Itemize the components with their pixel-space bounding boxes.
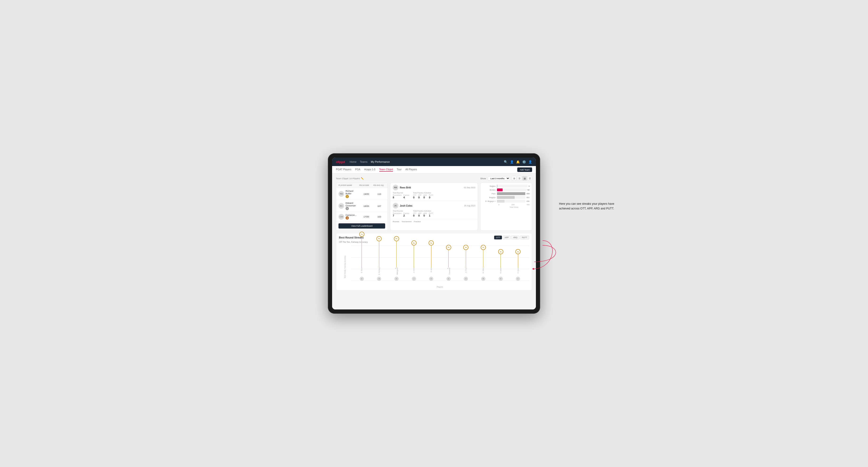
chart-x-label: Total Shots (483, 206, 530, 208)
annotation-container: Here you can see streaks your players ha… (559, 201, 616, 211)
chart-view-btn[interactable]: ▦ (522, 176, 527, 181)
rank-badge: 2 (346, 207, 349, 210)
app-filter-btn[interactable]: APP (503, 236, 510, 239)
sub-nav-all-players[interactable]: All Players (405, 168, 417, 172)
bar-row: Bogeys 311 (483, 196, 530, 199)
search-icon[interactable]: 🔍 (504, 160, 507, 164)
add-team-button[interactable]: Add Team (517, 167, 532, 172)
streak-player-name: D. Ford (465, 268, 467, 276)
user-avatar[interactable]: 👤 (528, 160, 532, 164)
putt-filter-btn[interactable]: PUTT (520, 236, 529, 239)
lb-header: PLAYER NAME PB SCORE PB AVG SQ (336, 183, 388, 188)
sub-nav-tour[interactable]: Tour (397, 168, 401, 172)
player-name: Richard Butler (346, 190, 359, 195)
streak-player-name: D. Billingham (395, 268, 398, 276)
card-header: RB Rees Britt 02 Sep 2023 (393, 185, 475, 190)
arg-stat: ARG 0 (423, 213, 427, 217)
streak-chart-wrapper: Best Streak, Fairway Accuracy (339, 246, 529, 288)
rounds-label: Rounds (393, 220, 399, 223)
bar-fill (497, 185, 497, 187)
bar-row: D. Bogeys + 131 (483, 200, 530, 203)
nav-home[interactable]: Home (349, 160, 356, 163)
streak-player-col: 4xE. CrossmanE (446, 245, 451, 281)
three-col-layout: PLAYER NAME PB SCORE PB AVG SQ RB Richar… (336, 183, 532, 231)
streak-avatar: C (516, 277, 520, 281)
nav-bar: clippd Home Teams My Performance 🔍 👤 🔔 ⚙… (332, 158, 536, 166)
total-rounds: Total Rounds Tournament 7 Practice (393, 210, 409, 217)
player-score: 18/20 (359, 205, 373, 207)
streak-bubble: 4x (463, 245, 468, 250)
player-avg: 107 (373, 205, 385, 207)
player-count: 14 Players (349, 177, 360, 180)
total-rounds: Total Rounds Tournament 8 Practice (393, 192, 409, 199)
streak-players: 7xE. EbertE6xB. McHargB6xD. BillinghamD5… (351, 246, 529, 281)
streak-player-name: E. Crossman (447, 268, 450, 276)
avatar: RB (393, 185, 398, 190)
sub-nav-hcaps[interactable]: Hcaps 1-5 (364, 168, 375, 172)
bar-container (497, 196, 526, 199)
detail-view-btn[interactable]: ☰ (527, 176, 532, 181)
nav-my-performance[interactable]: My Performance (371, 160, 390, 163)
streak-player-col: 4xD. FordD (463, 245, 468, 281)
streaks-section: Best Round Streaks OTT APP ARG PUTT Off … (336, 233, 532, 290)
putt-stat: PUTT 0 (429, 194, 433, 199)
lb-col-score: PB SCORE (359, 184, 373, 186)
streak-player-name: R. Britt (431, 268, 432, 276)
settings-icon[interactable]: ⚙️ (522, 160, 526, 164)
view-full-leaderboard-button[interactable]: View Full Leaderboard (338, 223, 385, 228)
nav-links: Home Teams My Performance (349, 160, 504, 163)
streak-player-name: R. Butler (500, 268, 501, 276)
avatar: EC (338, 203, 344, 209)
streak-avatar: B (377, 277, 381, 281)
ott-filter-btn[interactable]: OTT (494, 236, 502, 239)
bar-fill (497, 196, 515, 199)
sub-nav-links: PGAT Players PGA Hcaps 1-5 Team Clippd T… (336, 168, 517, 172)
bar-label: D. Bogeys + (483, 200, 497, 203)
table-row: CM Cameron... 3 17/20 103 (336, 212, 388, 221)
app-logo: clippd (336, 160, 345, 164)
bar-value: 96 (527, 189, 530, 191)
card-date: 02 Sep 2023 (464, 186, 475, 189)
avatar: CM (338, 214, 344, 220)
streak-player-name: E. Ebert (361, 268, 363, 276)
rank-badge: 1 (346, 195, 349, 198)
edit-icon[interactable]: ✏️ (361, 177, 364, 180)
grid-view-btn[interactable]: ⊞ (512, 176, 517, 181)
list-view-btn[interactable]: ☰ (517, 176, 522, 181)
streak-player-col: 5xJ. ColesJ (411, 240, 416, 281)
person-icon[interactable]: 👤 (510, 160, 514, 164)
sub-nav-pgat[interactable]: PGAT Players (336, 168, 351, 172)
streak-bubble: 5x (429, 240, 434, 246)
streak-player-name: J. Coles (413, 268, 415, 276)
chart-x-axis: 0 200 400 (483, 204, 530, 206)
streak-avatar: E (360, 277, 364, 281)
player-name: Edward Crossman (346, 201, 359, 207)
tournament-rounds: Tournament 7 (393, 213, 401, 217)
view-icons: ⊞ ☰ ▦ ☰ (512, 176, 532, 181)
card-header: JC Josh Coles 26 Aug 2023 (393, 203, 475, 209)
arg-filter-btn[interactable]: ARG (511, 236, 519, 239)
practice-activities: Total Practice Activities OTT 0 APP (413, 192, 433, 199)
player-info: EC Edward Crossman 2 (338, 201, 359, 210)
stats-row: Total Rounds Tournament 8 Practice (393, 192, 475, 199)
bar-row: Birdies 96 (483, 188, 530, 191)
tournament-label: Tournament (402, 220, 412, 223)
streak-bubble: 3x (498, 249, 503, 254)
streak-filters: OTT APP ARG PUTT (494, 236, 529, 239)
activities-label: Total Practice Activities (413, 192, 433, 194)
bar-fill (497, 192, 525, 195)
rank-badge: 3 (346, 216, 349, 220)
bar-value: 3 (529, 185, 530, 187)
ott-stat: OTT 0 (413, 194, 416, 199)
bar-fill (497, 200, 504, 203)
player-name: Cameron... (346, 214, 356, 216)
sub-nav-pga[interactable]: PGA (355, 168, 361, 172)
bell-icon[interactable]: 🔔 (516, 160, 520, 164)
streak-avatar: M (481, 277, 486, 281)
streak-player-col: 7xE. EbertE (359, 231, 365, 281)
nav-teams[interactable]: Teams (360, 160, 368, 163)
player-info: CM Cameron... 3 (338, 214, 359, 220)
period-select[interactable]: Last 3 months Last 6 months Last year (488, 176, 510, 181)
sub-nav-team-clippd[interactable]: Team Clippd (379, 168, 393, 172)
bar-value: 499 (526, 193, 530, 195)
